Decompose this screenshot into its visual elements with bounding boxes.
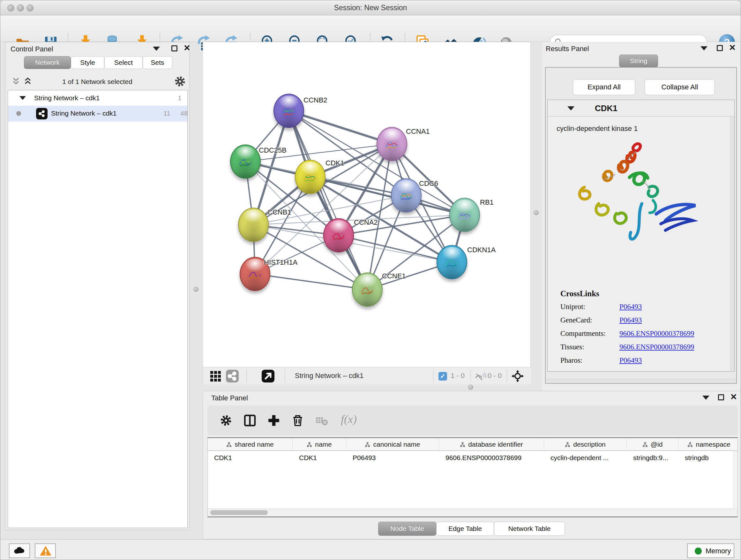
table-panel-title: Table Panel xyxy=(211,394,248,402)
memory-button[interactable]: Memory xyxy=(687,543,734,558)
crosslink-link[interactable]: P06493 xyxy=(619,356,642,364)
tree-expand-icon[interactable] xyxy=(19,96,26,100)
crosslinks-section: CrossLinks Uniprot:P06493GeneCard:P06493… xyxy=(560,289,694,370)
crosslink-row: Tissues:9606.ENSP00000378699 xyxy=(560,343,694,351)
network-status-dot xyxy=(16,111,21,116)
node-structure-thumbnail xyxy=(443,254,461,272)
network-node-cdk1[interactable] xyxy=(295,160,326,194)
network-selection-status: 1 of 1 Network selected xyxy=(5,78,189,85)
column-header-namespace[interactable]: namespace xyxy=(678,438,738,451)
column-header-canonical-name[interactable]: canonical name xyxy=(346,438,439,451)
table-cell: stringdb:9... xyxy=(627,451,678,464)
crosslink-label: Compartments: xyxy=(560,329,619,338)
node-label-hist1h1a: HIST1H1A xyxy=(264,258,297,266)
close-panel-icon[interactable]: ✕ xyxy=(730,394,737,400)
network-node-cdc6[interactable] xyxy=(391,179,421,212)
crosslink-link[interactable]: P06493 xyxy=(619,303,642,311)
column-header-description[interactable]: description xyxy=(544,438,627,451)
node-label-ccna1: CCNA1 xyxy=(406,127,430,136)
string-view-icon[interactable] xyxy=(226,370,239,382)
fit-content-icon[interactable] xyxy=(511,370,524,382)
maximize-panel-icon[interactable] xyxy=(718,394,724,400)
status-bar: Memory xyxy=(0,539,741,560)
collapse-section-icon[interactable] xyxy=(567,106,575,111)
results-panel: Results Panel ✕ String Expand All Collap… xyxy=(542,42,741,391)
network-node-ccnb2[interactable] xyxy=(273,94,304,128)
tab-node-table[interactable]: Node Table xyxy=(378,522,436,536)
node-label-cdk1: CDK1 xyxy=(326,159,344,167)
network-canvas[interactable]: CCNB2CCNA1CDC25BCDK1CDC6RB1CCNB1CCNA2CDK… xyxy=(203,42,531,367)
tab-network[interactable]: Network xyxy=(24,56,71,69)
crosslink-label: Uniprot: xyxy=(560,303,619,311)
network-view-panel: CCNB2CCNA1CDC25BCDK1CDC6RB1CCNB1CCNA2CDK… xyxy=(203,42,531,384)
column-header--id[interactable]: @id xyxy=(627,438,678,451)
node-label-cdkn1a: CDKN1A xyxy=(467,246,495,254)
tab-sets[interactable]: Sets xyxy=(143,56,172,69)
close-panel-icon[interactable]: ✕ xyxy=(729,45,736,51)
network-tree: String Network – cdk1 1 String Network –… xyxy=(8,90,188,528)
warnings-button[interactable] xyxy=(35,543,56,558)
node-count: 11 xyxy=(163,110,171,117)
network-node-ccna2[interactable] xyxy=(323,219,354,253)
node-structure-thumbnail xyxy=(301,169,319,187)
maximize-panel-icon[interactable] xyxy=(717,45,723,51)
table-cell: CDK1 xyxy=(293,451,346,464)
network-node-cdc25b[interactable] xyxy=(230,145,261,179)
selected-nodes-checkbox[interactable]: ✓ xyxy=(439,372,447,381)
expand-all-button[interactable]: Expand All xyxy=(573,79,635,95)
node-label-ccnb1: CCNB1 xyxy=(267,208,291,216)
network-collection-row[interactable]: String Network – cdk1 1 xyxy=(8,91,187,106)
tab-network-table[interactable]: Network Table xyxy=(494,522,565,536)
network-node-ccna1[interactable] xyxy=(377,127,407,161)
node-label-rb1: RB1 xyxy=(480,198,494,206)
results-horizontal-scrollbar[interactable] xyxy=(546,379,736,383)
float-panel-icon[interactable] xyxy=(702,395,710,400)
tab-select[interactable]: Select xyxy=(105,56,143,69)
column-header-shared-name[interactable]: shared name xyxy=(208,438,293,451)
table-vertical-scrollbar[interactable] xyxy=(733,451,738,509)
collapse-all-button[interactable]: Collapse All xyxy=(645,79,715,95)
tab-string[interactable]: String xyxy=(619,55,658,67)
crosslink-link[interactable]: P06493 xyxy=(619,316,642,324)
show-columns-icon[interactable] xyxy=(244,414,256,427)
network-node-rb1[interactable] xyxy=(449,198,480,232)
maximize-panel-icon[interactable] xyxy=(172,45,178,51)
scrollbar-thumb[interactable] xyxy=(210,510,268,515)
network-row-selected[interactable]: String Network – cdk1 11 48 xyxy=(8,106,187,122)
birds-eye-view-icon[interactable] xyxy=(262,370,274,382)
grid-view-icon[interactable] xyxy=(209,370,222,382)
network-node-cdkn1a[interactable] xyxy=(436,245,467,279)
gear-icon[interactable] xyxy=(219,414,232,427)
tab-style[interactable]: Style xyxy=(71,56,105,69)
tab-edge-table[interactable]: Edge Table xyxy=(436,522,494,536)
add-column-icon[interactable] xyxy=(267,414,280,427)
network-node-ccne1[interactable] xyxy=(352,273,383,307)
results-vertical-scrollbar[interactable] xyxy=(730,117,734,371)
cloud-button[interactable] xyxy=(9,543,30,558)
table-cell: 9606.ENSP00000378699 xyxy=(439,451,544,464)
column-header-name[interactable]: name xyxy=(293,438,346,451)
node-structure-thumbnail xyxy=(280,103,297,121)
close-panel-icon[interactable]: ✕ xyxy=(184,45,191,51)
crosslink-link[interactable]: 9606.ENSP00000378699 xyxy=(619,329,694,337)
network-node-ccnb1[interactable] xyxy=(238,208,269,242)
node-result-header[interactable]: CDK1 xyxy=(548,100,734,117)
right-splitter-handle[interactable] xyxy=(534,210,539,215)
float-panel-icon[interactable] xyxy=(153,47,160,51)
node-structure-thumbnail xyxy=(456,207,473,225)
bottom-splitter-handle[interactable] xyxy=(468,385,473,390)
crosslinks-title: CrossLinks xyxy=(560,289,694,298)
network-view-toolbar: String Network – cdk1 ✓ 1 - 0 0 - 0 xyxy=(203,367,531,384)
crosslink-link[interactable]: 9606.ENSP00000378699 xyxy=(619,343,694,351)
delete-column-icon[interactable] xyxy=(291,414,304,427)
float-panel-icon[interactable] xyxy=(700,46,708,51)
left-splitter-handle[interactable] xyxy=(193,287,199,292)
crosslink-label: GeneCard: xyxy=(560,316,619,324)
results-panel-title: Results Panel xyxy=(546,45,589,53)
crosslink-row: GeneCard:P06493 xyxy=(560,316,694,324)
application-window: Session: New Session ? Control Panel ✕ N… xyxy=(0,0,741,560)
node-label-ccnb2: CCNB2 xyxy=(304,96,327,105)
table-row[interactable]: CDK1CDK1P064939606.ENSP00000378699cyclin… xyxy=(208,451,738,464)
gear-icon[interactable] xyxy=(174,75,186,87)
column-header-database-identifier[interactable]: database identifier xyxy=(439,438,544,451)
